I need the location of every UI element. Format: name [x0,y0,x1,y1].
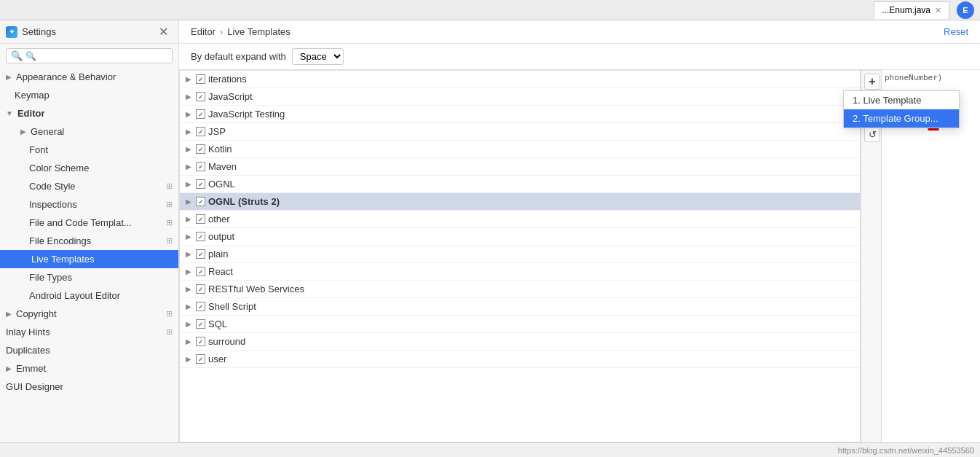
row-expand-icon: ▶ [186,215,191,223]
sidebar-item-duplicates[interactable]: Duplicates [0,341,178,359]
dropdown-item-templategroup[interactable]: 2. Template Group... [844,109,959,128]
row-label: other [208,214,854,224]
breadcrumb-arrow: › [220,26,223,37]
template-row-output[interactable]: ▶ ✓ output [180,228,860,246]
row-checkbox[interactable]: ✓ [196,284,205,294]
close-button[interactable]: ✕ [154,23,173,40]
sidebar-item-androidlayout[interactable]: Android Layout Editor [0,286,178,305]
row-expand-icon: ▶ [186,285,191,293]
template-row-plain[interactable]: ▶ ✓ plain [180,246,860,263]
app-icon: ✦ [6,26,17,38]
sidebar-item-label: File Types [29,272,72,283]
row-expand-icon: ▶ [186,163,191,171]
sidebar-item-general[interactable]: ▶ General [0,122,178,141]
row-checkbox[interactable]: ✓ [196,354,205,364]
dropdown-popup: 1. Live Template 2. Template Group... [843,90,960,128]
row-expand-icon: ▶ [186,267,191,276]
add-button[interactable]: + [864,74,880,90]
row-label: surround [208,336,854,347]
sidebar-item-guidesigner[interactable]: GUI Designer [0,378,178,396]
row-checkbox[interactable]: ✓ [196,249,205,259]
template-row-ognlstruts[interactable]: ▶ ✓ OGNL (Struts 2) [180,193,860,211]
row-checkbox[interactable]: ✓ [196,109,205,119]
reset-button[interactable]: Reset [944,26,968,37]
expand-icon: ▶ [6,73,12,81]
breadcrumb-livetemplates: Live Templates [227,26,290,37]
sidebar-item-label: Duplicates [6,345,50,356]
row-expand-icon: ▶ [186,355,191,363]
sidebar-item-label: General [31,126,64,137]
status-bar: https://blog.csdn.net/weixin_44553560 [0,442,980,457]
sidebar-item-colorscheme[interactable]: Color Scheme [0,159,178,177]
row-checkbox[interactable]: ✓ [196,144,205,154]
row-label: RESTful Web Services [208,284,854,294]
settings-icon: ⊞ [166,218,173,227]
template-row-restful[interactable]: ▶ ✓ RESTful Web Services [180,281,860,298]
row-expand-icon: ▶ [186,320,191,328]
row-checkbox[interactable]: ✓ [196,302,205,311]
row-checkbox[interactable]: ✓ [196,179,205,189]
template-row-iterations[interactable]: ▶ ✓ iterations [180,71,860,88]
template-row-kotlin[interactable]: ▶ ✓ Kotlin [180,141,860,158]
sidebar-item-copyright[interactable]: ▶ Copyright ⊞ [0,305,178,323]
row-checkbox[interactable]: ✓ [196,319,205,329]
row-expand-icon: ▶ [186,75,191,83]
tab-enum-java[interactable]: ...Enum.java ✕ [874,1,949,19]
row-label: output [208,231,854,242]
template-row-jstesting[interactable]: ▶ ✓ JavaScript Testing [180,106,860,123]
template-row-user[interactable]: ▶ ✓ user [180,351,860,368]
expand-select[interactable]: Space Tab Enter [292,48,344,65]
row-checkbox[interactable]: ✓ [196,232,205,241]
dropdown-item-livetemplate[interactable]: 1. Live Template [844,91,959,109]
row-checkbox[interactable]: ✓ [196,127,205,136]
row-expand-icon: ▶ [186,337,191,345]
search-input[interactable] [25,51,167,61]
settings-icon: ⊞ [166,327,173,337]
search-box[interactable]: 🔍 [6,48,173,63]
sidebar-item-label: Color Scheme [29,163,89,173]
row-checkbox[interactable]: ✓ [196,214,205,224]
row-checkbox[interactable]: ✓ [196,197,205,206]
expand-icon: ▼ [6,109,13,117]
sidebar-item-fileencodings[interactable]: File Encodings ⊞ [0,232,178,250]
row-expand-icon: ▶ [186,128,191,136]
sidebar-item-inspections[interactable]: Inspections ⊞ [0,195,178,214]
template-row-surround[interactable]: ▶ ✓ surround [180,333,860,351]
row-label: JavaScript Testing [208,109,854,120]
row-checkbox[interactable]: ✓ [196,162,205,171]
sidebar-item-inlayhints[interactable]: Inlay Hints ⊞ [0,323,178,341]
sidebar-item-appearance[interactable]: ▶ Appearance & Behavior [0,68,178,86]
template-row-javascript[interactable]: ▶ ✓ JavaScript [180,88,860,106]
row-checkbox[interactable]: ✓ [196,337,205,346]
template-row-ognl[interactable]: ▶ ✓ OGNL [180,176,860,193]
sidebar-item-font[interactable]: Font [0,141,178,159]
reset-icon-button[interactable]: ↺ [864,126,880,142]
sidebar-item-livetemplates[interactable]: Live Templates [0,250,178,268]
sidebar-item-filetypes[interactable]: File Types [0,268,178,286]
sidebar-item-editor[interactable]: ▼ Editor [0,104,178,122]
sidebar-item-emmet[interactable]: ▶ Emmet [0,359,178,378]
tab-close-icon[interactable]: ✕ [935,6,941,15]
main-container: ✦ Settings ✕ 🔍 ▶ Appearance & Behavior K… [0,20,980,442]
template-row-maven[interactable]: ▶ ✓ Maven [180,158,860,176]
template-row-shellscript[interactable]: ▶ ✓ Shell Script [180,298,860,316]
template-row-sql[interactable]: ▶ ✓ SQL [180,316,860,333]
settings-icon: ⊞ [166,236,173,246]
row-label: OGNL [208,179,854,190]
settings-icon: ⊞ [166,200,173,209]
sidebar-item-filecodetemplates[interactable]: File and Code Templat... ⊞ [0,214,178,232]
settings-icon: ⊞ [166,181,173,191]
template-row-jsp[interactable]: ▶ ✓ JSP [180,123,860,141]
sidebar-item-codestyle[interactable]: Code Style ⊞ [0,177,178,195]
row-checkbox[interactable]: ✓ [196,267,205,276]
row-label: Kotlin [208,144,854,155]
row-checkbox[interactable]: ✓ [196,92,205,101]
breadcrumb-editor: Editor [191,26,216,37]
sidebar-item-label: Emmet [16,363,46,374]
sidebar-item-keymap[interactable]: Keymap [0,86,178,104]
row-checkbox[interactable]: ✓ [196,74,205,84]
template-row-other[interactable]: ▶ ✓ other [180,211,860,228]
breadcrumb-bar: Editor › Live Templates Reset [179,20,980,44]
template-row-react[interactable]: ▶ ✓ React [180,263,860,281]
sidebar-item-label: Inlay Hints [6,327,50,337]
